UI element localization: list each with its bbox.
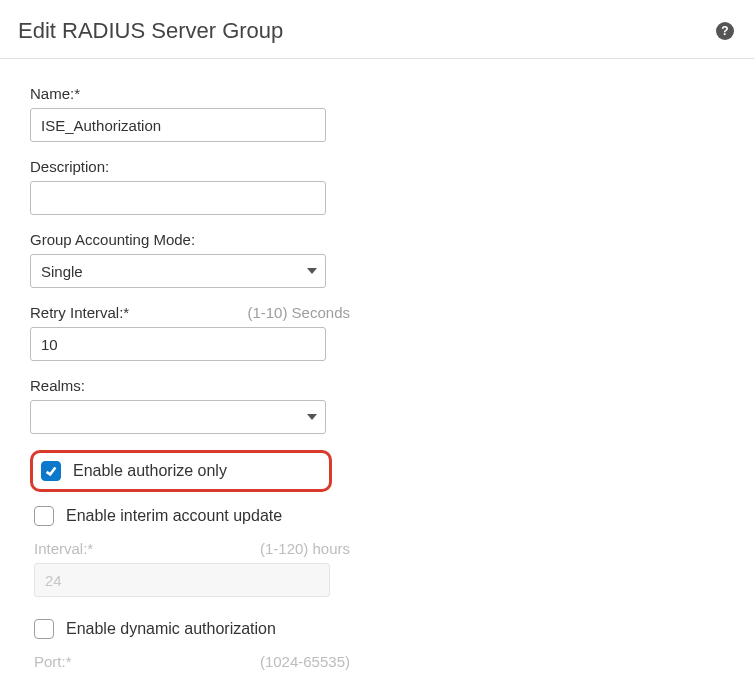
- dynamic-auth-label: Enable dynamic authorization: [66, 620, 276, 638]
- chevron-down-icon: [307, 414, 317, 420]
- dynamic-auth-checkbox[interactable]: [34, 619, 54, 639]
- retry-label: Retry Interval:*: [30, 304, 129, 321]
- field-accounting-mode: Group Accounting Mode: Single: [30, 231, 350, 288]
- dialog-title: Edit RADIUS Server Group: [18, 18, 283, 44]
- authorize-only-row[interactable]: Enable authorize only: [37, 455, 325, 487]
- field-interval: Interval:* (1-120) hours: [30, 540, 350, 597]
- accounting-label: Group Accounting Mode:: [30, 231, 195, 248]
- interim-row[interactable]: Enable interim account update: [30, 500, 350, 532]
- realms-label: Realms:: [30, 377, 85, 394]
- port-hint: (1024-65535): [260, 653, 350, 670]
- realms-select[interactable]: [30, 400, 326, 434]
- help-icon[interactable]: ?: [716, 22, 734, 40]
- field-name: Name:*: [30, 85, 350, 142]
- field-port: Port:* (1024-65535): [30, 653, 350, 670]
- name-label: Name:*: [30, 85, 80, 102]
- retry-hint: (1-10) Seconds: [247, 304, 350, 321]
- authorize-only-label: Enable authorize only: [73, 462, 227, 480]
- dynamic-auth-row[interactable]: Enable dynamic authorization: [30, 613, 350, 645]
- interval-label: Interval:*: [34, 540, 93, 557]
- accounting-value: Single: [41, 263, 83, 280]
- authorize-only-checkbox[interactable]: [41, 461, 61, 481]
- chevron-down-icon: [307, 268, 317, 274]
- interval-input: [34, 563, 330, 597]
- highlight-authorize-only: Enable authorize only: [30, 450, 332, 492]
- check-icon: [44, 464, 58, 478]
- field-realms: Realms:: [30, 377, 350, 434]
- accounting-select[interactable]: Single: [30, 254, 326, 288]
- field-description: Description:: [30, 158, 350, 215]
- interim-label: Enable interim account update: [66, 507, 282, 525]
- dialog-header: Edit RADIUS Server Group ?: [0, 0, 754, 59]
- retry-input[interactable]: [30, 327, 326, 361]
- port-label: Port:*: [34, 653, 72, 670]
- form-area: Name:* Description: Group Accounting Mod…: [0, 59, 380, 686]
- interim-checkbox[interactable]: [34, 506, 54, 526]
- interval-hint: (1-120) hours: [260, 540, 350, 557]
- name-input[interactable]: [30, 108, 326, 142]
- field-retry-interval: Retry Interval:* (1-10) Seconds: [30, 304, 350, 361]
- description-input[interactable]: [30, 181, 326, 215]
- description-label: Description:: [30, 158, 109, 175]
